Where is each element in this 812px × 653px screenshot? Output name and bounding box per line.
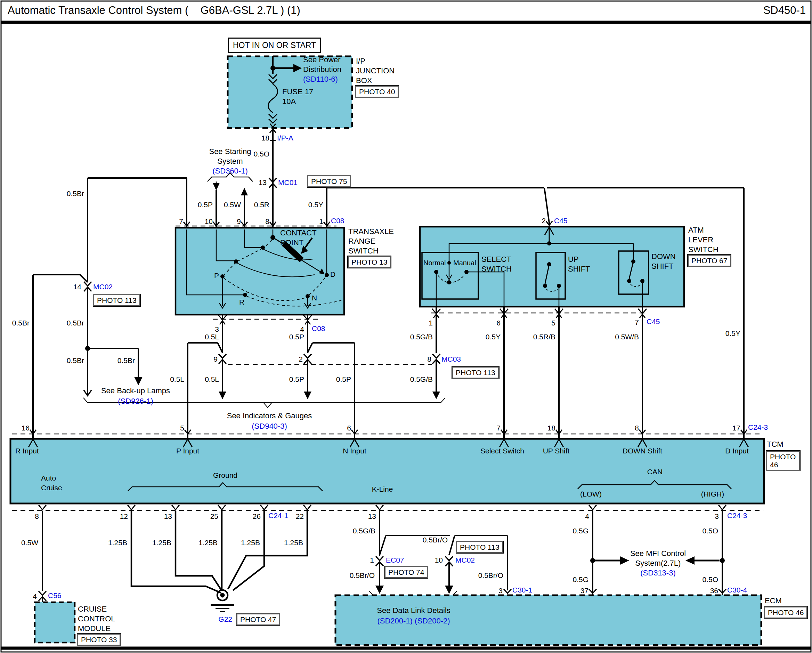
- select-switch-label2: SWITCH: [481, 265, 512, 273]
- wire-0.5y-select: 0.5Y: [485, 333, 501, 341]
- wire-0.5p-upper: 0.5P: [289, 333, 304, 341]
- photo-33-box: PHOTO 33: [77, 633, 121, 646]
- connector-mc03: MC03: [441, 355, 461, 363]
- wire-0.5p-lower: 0.5P: [289, 376, 304, 383]
- pin-8: 8: [265, 218, 269, 225]
- contact-label2: POINT: [280, 239, 304, 246]
- pin-4-c56: 4: [33, 592, 37, 600]
- pin-10-mc02: 10: [435, 556, 443, 564]
- pin-37: 37: [580, 587, 589, 595]
- see-data-link: See Data Link Details: [377, 606, 450, 615]
- see-starting-line1: See Starting: [209, 147, 251, 155]
- wire-0.5br-top: 0.5Br: [67, 190, 84, 197]
- connector-9: 9: [214, 355, 218, 363]
- range-name2: RANGE: [348, 237, 375, 245]
- tcm-pin-b8: 8: [35, 512, 39, 520]
- ground-g22: G22: [218, 615, 232, 623]
- tcm-pin-b3: 3: [715, 512, 719, 520]
- range-d: D: [330, 271, 336, 278]
- connector-c30-4: C30-4: [727, 586, 747, 594]
- wire-0.5y-right: 0.5Y: [725, 330, 740, 337]
- select-normal: Normal: [423, 259, 446, 267]
- tcm-pin-17: 17: [733, 424, 740, 432]
- pin-2-c45: 2: [542, 217, 546, 225]
- cruise-name2: CONTROL: [78, 615, 115, 623]
- pin-9: 9: [237, 218, 241, 225]
- pin-7-c45: 7: [635, 318, 639, 326]
- see-power-line2: Distribution: [303, 65, 341, 73]
- wire-0.5o-upper: 0.5O: [702, 527, 718, 535]
- pin-13-mc01: 13: [259, 179, 267, 187]
- photo-40-box: PHOTO 40: [355, 86, 399, 98]
- cruise-wire: [35, 511, 75, 642]
- connector-2: 2: [299, 355, 303, 363]
- sd313-ref: (SD313-3): [640, 569, 675, 577]
- wire-0.5bro-right: 0.5Br/O: [478, 572, 503, 579]
- range-r: R: [239, 298, 244, 306]
- pin-5-c45: 5: [551, 319, 556, 327]
- connector-ec07: EC07: [386, 556, 404, 564]
- cruise-name1: CRUISE: [78, 605, 107, 613]
- wire-1.25b-5: 1.25B: [284, 539, 303, 547]
- see-mfi-line1: See MFI Control: [630, 549, 686, 557]
- tcm-n-input: N Input: [343, 447, 366, 455]
- tcm-auto-line1: Auto: [41, 474, 56, 482]
- select-switch-label1: SELECT: [481, 255, 511, 263]
- atm-name3: SWITCH: [688, 245, 719, 254]
- wire-0.5bro-top: 0.5Br/O: [423, 536, 448, 544]
- cruise-name3: MODULE: [78, 624, 110, 633]
- wire-0.5w: 0.5W: [224, 201, 241, 209]
- tcm-can-low: (LOW): [580, 490, 602, 498]
- wire-0.5r: 0.5R: [254, 201, 269, 209]
- up-shift-label2: SHIFT: [568, 265, 590, 273]
- see-power-line1: See Power: [303, 56, 340, 64]
- connector-c24-3-bottom: C24-3: [727, 512, 747, 520]
- tcm-pin-18: 18: [548, 424, 556, 432]
- range-name1: TRANSAXLE: [348, 228, 394, 236]
- tcm-pin-b4: 4: [585, 512, 589, 520]
- fuse-amps: 10A: [282, 97, 296, 106]
- atm-name2: LEVER: [688, 236, 713, 244]
- pin-8-mc03: 8: [427, 355, 431, 363]
- tcm-pin-8: 8: [635, 424, 639, 432]
- pin-18: 18: [261, 134, 269, 142]
- down-shift-label2: SHIFT: [652, 262, 674, 270]
- wire-0.5gb-lower: 0.5G/B: [410, 376, 433, 383]
- connector-c08-top: C08: [331, 217, 345, 225]
- wire-0.5br-farleft: 0.5Br: [12, 319, 29, 327]
- see-indicators: See Indicators & Gauges: [227, 412, 312, 420]
- wire-1.25b-2: 1.25B: [152, 539, 171, 547]
- tcm-d-input: D Input: [725, 447, 749, 455]
- starting-system-arrows: [208, 173, 253, 228]
- tcm-pin-b22: 22: [296, 512, 304, 520]
- mc01-feed-wire: [269, 128, 277, 228]
- wire-0.5br-low: 0.5Br: [67, 357, 84, 364]
- tcm-r-input: R Input: [15, 447, 39, 455]
- photo-47-box: PHOTO 47: [237, 613, 280, 625]
- wiring-svg: [0, 0, 812, 653]
- ecm-name: ECM: [765, 597, 782, 605]
- range-name3: SWITCH: [348, 247, 379, 255]
- tcm-pin-b12: 12: [120, 512, 128, 520]
- tcm-auto-line2: Cruise: [41, 484, 62, 492]
- connector-ipa: I/P-A: [277, 134, 293, 142]
- connector-c30-1: C30-1: [512, 586, 532, 594]
- wire-1.25b-3: 1.25B: [198, 539, 218, 547]
- wire-0.5l-branch: 0.5L: [170, 376, 184, 383]
- pin-6-c45: 6: [496, 319, 501, 327]
- k-line-data-link: [369, 511, 511, 599]
- tcm-pin-b13: 13: [164, 512, 172, 520]
- page-title: Automatic Transaxle Control System ( G6B…: [8, 4, 300, 17]
- tcm-pin-b13k: 13: [368, 512, 376, 520]
- sd926-ref: (SD926-1): [118, 397, 153, 405]
- photo-75-box: PHOTO 75: [307, 175, 351, 187]
- connector-c24-1: C24-1: [269, 512, 288, 520]
- range-n: N: [312, 294, 317, 302]
- wire-0.5bro-left: 0.5Br/O: [350, 572, 375, 579]
- tcm-p-input: P Input: [176, 447, 199, 455]
- pin-1-ec07: 1: [370, 556, 374, 564]
- fuse-label: FUSE 17: [282, 88, 313, 96]
- wire-0.5gb-upper: 0.5G/B: [410, 333, 433, 341]
- tcm-pin-7: 7: [496, 424, 501, 432]
- connector-mc02: MC02: [93, 283, 113, 291]
